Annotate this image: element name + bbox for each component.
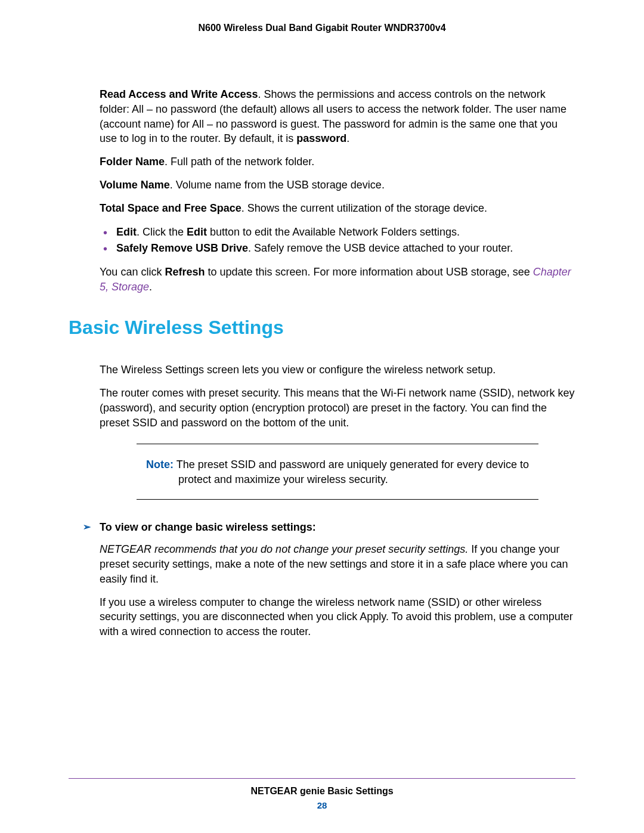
edit-text: button to edit the Available Network Fol… bbox=[207, 226, 460, 238]
safely-text: . Safely remove the USB device attached … bbox=[248, 242, 513, 254]
folder-name-para: Folder Name. Full path of the network fo… bbox=[100, 154, 575, 169]
note-text: The preset SSID and password are uniquel… bbox=[174, 459, 529, 485]
refresh-post: to update this screen. For more informat… bbox=[205, 266, 532, 278]
document-header: N600 Wireless Dual Band Gigabit Router W… bbox=[69, 23, 575, 33]
footer-page-number: 28 bbox=[69, 800, 575, 810]
list-item: Edit. Click the Edit button to edit the … bbox=[100, 224, 575, 240]
read-access-label: Read Access and Write Access bbox=[100, 88, 258, 100]
wireless-intro-1: The Wireless Settings screen lets you vi… bbox=[100, 363, 575, 377]
refresh-pre: You can click bbox=[100, 266, 165, 278]
volume-name-para: Volume Name. Volume name from the USB st… bbox=[100, 178, 575, 193]
total-space-text: . Shows the current utilization of the s… bbox=[242, 202, 487, 214]
refresh-end: . bbox=[149, 281, 152, 293]
safely-label: Safely Remove USB Drive bbox=[116, 242, 248, 254]
wireless-intro-2: The router comes with preset security. T… bbox=[100, 386, 575, 430]
refresh-para: You can click Refresh to update this scr… bbox=[100, 265, 575, 295]
read-access-password: password bbox=[296, 132, 346, 144]
read-access-end: . bbox=[346, 132, 349, 144]
page-footer: NETGEAR genie Basic Settings 28 bbox=[69, 778, 575, 810]
edit-label2: Edit bbox=[187, 226, 207, 238]
recommend-italic: NETGEAR recommends that you do not chang… bbox=[100, 543, 468, 555]
bullet-list: Edit. Click the Edit button to edit the … bbox=[100, 224, 575, 256]
total-space-label: Total Space and Free Space bbox=[100, 202, 242, 214]
list-item: Safely Remove USB Drive. Safely remove t… bbox=[100, 240, 575, 256]
total-space-para: Total Space and Free Space. Shows the cu… bbox=[100, 201, 575, 216]
wired-note-para: If you use a wireless computer to change… bbox=[100, 595, 575, 639]
note-block: Note: The preset SSID and password are u… bbox=[137, 444, 538, 500]
recommend-para: NETGEAR recommends that you do not chang… bbox=[100, 542, 575, 586]
edit-label: Edit bbox=[116, 226, 137, 238]
folder-name-text: . Full path of the network folder. bbox=[165, 156, 314, 168]
volume-name-text: . Volume name from the USB storage devic… bbox=[170, 179, 385, 191]
footer-title: NETGEAR genie Basic Settings bbox=[69, 786, 575, 797]
note-label: Note: bbox=[146, 459, 174, 470]
volume-name-label: Volume Name bbox=[100, 179, 170, 191]
edit-mid: . Click the bbox=[137, 226, 187, 238]
folder-name-label: Folder Name bbox=[100, 156, 165, 168]
read-access-para: Read Access and Write Access. Shows the … bbox=[100, 87, 575, 146]
steps-heading: To view or change basic wireless setting… bbox=[83, 521, 575, 534]
section-heading: Basic Wireless Settings bbox=[69, 317, 575, 339]
refresh-bold: Refresh bbox=[165, 266, 205, 278]
